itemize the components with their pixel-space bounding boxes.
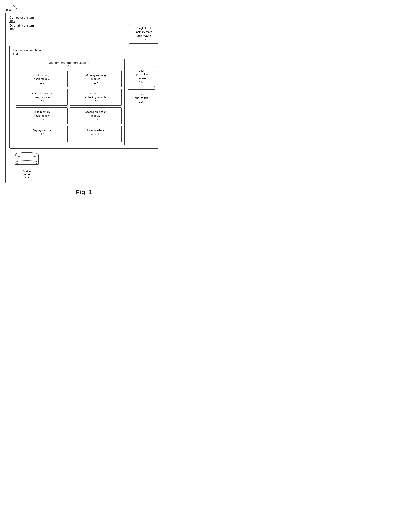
module-display: Display module 120 (16, 126, 68, 142)
module-second-memory-heap: Second memoryheap module 112 (16, 89, 68, 105)
cylinder-bottom-ellipse (15, 160, 39, 164)
module-first-memory-heap: First memoryheap module 110 (16, 71, 68, 87)
os-label: Operating system 102 (9, 24, 34, 31)
computer-system-label: Computer system 106 (9, 16, 158, 23)
module-memory-clearing: Memory clearingmodule 117 (70, 71, 122, 87)
jvm-right: Userapplicationmodule 124 Userapplicatio… (128, 57, 155, 106)
stable-store-shape: Stablestore 128 (15, 152, 39, 179)
os-row: Operating system 102 Single levelmemory … (9, 24, 158, 44)
modules-grid: First memoryheap module 110 Memory clear… (16, 71, 122, 142)
ref-100: 100 (6, 8, 11, 12)
single-level-box: Single levelmemory storearchitecture 112 (129, 24, 158, 44)
jvm-label: Java virtual machine 104 (13, 49, 155, 56)
module-user-interface: User interfacemodule 118 (70, 126, 122, 142)
mms-label: Memory management system 108 (16, 61, 122, 68)
cylinder-icon (15, 152, 39, 169)
page-container: 100 Computer system 106 Operating system… (6, 4, 162, 196)
arrow-icon (12, 4, 19, 11)
user-app-126: Userapplication 126 (128, 89, 155, 106)
cylinder-top (15, 152, 39, 157)
module-third-memory-heap: Third memoryheap module 114 (16, 107, 68, 124)
top-ref-label: 100 (6, 4, 162, 12)
jvm-box: Java virtual machine 104 Memory manageme… (9, 46, 158, 148)
stable-store-label: Stablestore 128 (15, 170, 39, 179)
user-app-module-124: Userapplicationmodule 124 (128, 66, 155, 87)
stable-store-area: Stablestore 128 (9, 152, 158, 179)
jvm-left: Memory management system 108 First memor… (13, 57, 125, 145)
computer-system-box: Computer system 106 Operating system 102… (6, 13, 162, 183)
module-access-prediction: Access predictionmodule 122 (70, 107, 122, 124)
fig-label: Fig. 1 (6, 189, 162, 196)
mms-box: Memory management system 108 First memor… (13, 59, 125, 145)
jvm-inner: Memory management system 108 First memor… (13, 57, 155, 145)
module-garbage-collecting: Garbagecollecting module 116 (70, 89, 122, 105)
